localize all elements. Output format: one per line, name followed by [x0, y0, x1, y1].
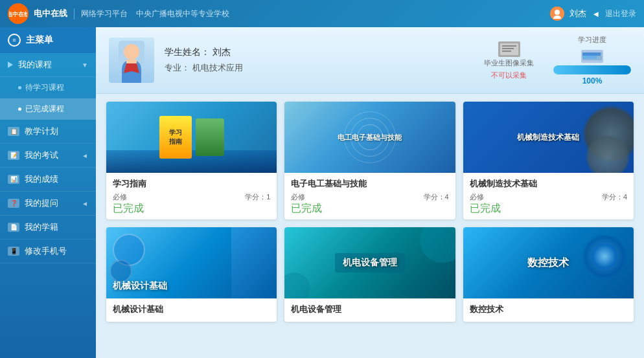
sidebar-item-my-questions[interactable]: ❓ 我的提问 ◄ [0, 192, 96, 216]
course-card-2[interactable]: 电工电子基础与技能 电子电工基础与技能 必修 学分：4 已完成 [284, 102, 455, 219]
sidebar-label-pending: 待学习课程 [25, 82, 64, 93]
sidebar-item-my-credits[interactable]: 📄 我的学籍 [0, 216, 96, 240]
header: 电中在线 电中在线 网络学习平台 中央广播电视中等专业学校 刘杰 ◄ 退出登录 [0, 0, 644, 27]
course-title-2: 电子电工基础与技能 [291, 178, 448, 190]
sidebar-item-my-courses[interactable]: 我的课程 ▼ [0, 53, 96, 77]
questions-icon: ❓ [8, 199, 19, 208]
progress-bar-fill [553, 65, 631, 74]
course-title-1: 学习指南 [113, 178, 270, 190]
graduation-label: 毕业生图像采集 [484, 58, 534, 68]
svg-rect-14 [582, 56, 597, 59]
sidebar-item-pending-courses[interactable]: 待学习课程 [0, 77, 96, 98]
svg-point-4 [124, 44, 139, 60]
graduation-stat: 毕业生图像采集 不可以采集 [484, 40, 534, 80]
sidebar: ≡ 主菜单 我的课程 ▼ 待学习课程 已完成课程 📋 教学计划 📝 我的考试 ◄… [0, 27, 96, 358]
sidebar-label-my-questions: 我的提问 [25, 197, 58, 209]
grades-icon: 📊 [8, 175, 19, 184]
course-thumb-4: 机械设计基础 [106, 227, 277, 298]
sidebar-main-menu: ≡ 主菜单 [0, 27, 96, 53]
sidebar-label-my-credits: 我的学籍 [25, 221, 58, 233]
logo-icon: 电中在线 [8, 3, 29, 24]
sidebar-label-my-courses: 我的课程 [18, 59, 52, 71]
logout-button[interactable]: 退出登录 [605, 8, 636, 19]
course-type-1: 必修 [113, 192, 127, 202]
sidebar-item-completed-courses[interactable]: 已完成课程 [0, 98, 96, 120]
graduation-status: 不可以采集 [484, 71, 534, 80]
active-dot-icon [18, 107, 21, 111]
course-thumb-2: 电工电子基础与技能 [284, 102, 455, 173]
course-card-3[interactable]: 机械制造技术基础 机械制造技术基础 必修 学分：4 已完成 [463, 102, 634, 219]
course-title-6: 数控技术 [470, 304, 627, 315]
exams-arrow-icon: ◄ [82, 152, 88, 159]
sidebar-label-completed: 已完成课程 [25, 104, 64, 115]
progress-bar-container [553, 65, 631, 74]
logo-area: 电中在线 电中在线 [8, 3, 67, 24]
progress-percent: 100% [553, 76, 631, 85]
course-meta-3: 必修 学分：4 [470, 192, 627, 202]
sidebar-label-my-exams: 我的考试 [25, 150, 58, 161]
svg-rect-10 [502, 50, 511, 52]
course-info-3: 机械制造技术基础 必修 学分：4 已完成 [463, 173, 634, 219]
exams-icon: 📝 [8, 151, 19, 160]
svg-text:电中在线: 电中在线 [9, 11, 27, 17]
course-grid: 学习 指南 学习指南 必修 学分：1 已完成 [106, 102, 634, 322]
sidebar-label-change-phone: 修改手机号 [25, 245, 67, 257]
course-card-4[interactable]: 机械设计基础 机械设计基础 [106, 227, 277, 322]
progress-icon-area [553, 47, 631, 65]
profile-info: 学生姓名： 刘杰 专业： 机电技术应用 [165, 47, 474, 74]
sidebar-item-my-exams[interactable]: 📝 我的考试 ◄ [0, 144, 96, 168]
progress-label: 学习进度 [553, 35, 631, 45]
sidebar-item-teaching-plan[interactable]: 📋 教学计划 [0, 120, 96, 144]
major-name: 机电技术应用 [192, 63, 243, 73]
arrow-icon: ▼ [82, 62, 88, 69]
header-right: 刘杰 ◄ 退出登录 [550, 6, 636, 21]
main-menu-label: 主菜单 [26, 34, 53, 46]
student-label: 学生姓名： [165, 47, 210, 57]
profile-stats: 毕业生图像采集 不可以采集 学习进度 [484, 35, 631, 85]
sidebar-item-my-grades[interactable]: 📊 我的成绩 [0, 168, 96, 192]
my-courses-icon [8, 62, 13, 68]
sidebar-item-change-phone[interactable]: 📱 修改手机号 [0, 240, 96, 263]
questions-arrow-icon: ◄ [82, 200, 88, 207]
course-thumb-3: 机械制造技术基础 [463, 102, 634, 173]
major-label: 专业： [165, 63, 190, 73]
course-status-2: 已完成 [291, 202, 448, 216]
course-status-1: 已完成 [113, 202, 270, 216]
header-avatar-icon [550, 6, 564, 21]
graduation-icon-area [484, 40, 534, 58]
svg-rect-13 [582, 52, 601, 56]
course-card-5[interactable]: 机电设备管理 机电设备管理 [284, 227, 455, 322]
svg-rect-8 [502, 45, 516, 47]
dot-icon [18, 86, 21, 89]
course-thumb-6: 数控技术 [463, 227, 634, 298]
course-status-3: 已完成 [470, 202, 627, 216]
credits-icon: 📄 [8, 223, 19, 232]
course-info-1: 学习指南 必修 学分：1 已完成 [106, 173, 277, 219]
course-meta-1: 必修 学分：1 [113, 192, 270, 202]
sidebar-label-teaching-plan: 教学计划 [25, 126, 58, 137]
course-title-4: 机械设计基础 [113, 304, 270, 315]
course-credit-1: 学分：1 [245, 192, 270, 202]
phone-icon: 📱 [8, 247, 19, 256]
progress-area: 学习进度 100% [553, 35, 631, 85]
course-thumb-5: 机电设备管理 [284, 227, 455, 298]
course-type-2: 必修 [291, 192, 305, 202]
course-thumb-1: 学习 指南 [106, 102, 277, 173]
course-title-3: 机械制造技术基础 [470, 178, 627, 190]
svg-rect-9 [502, 48, 514, 49]
menu-icon: ≡ [8, 34, 21, 47]
course-info-2: 电子电工基础与技能 必修 学分：4 已完成 [284, 173, 455, 219]
logo-text: 电中在线 [34, 8, 67, 19]
profile-name: 学生姓名： 刘杰 [165, 47, 474, 58]
profile-bar: 学生姓名： 刘杰 专业： 机电技术应用 [96, 27, 644, 94]
course-type-3: 必修 [470, 192, 484, 202]
course-credit-2: 学分：4 [424, 192, 449, 202]
header-username: 刘杰 [569, 8, 586, 19]
course-card-1[interactable]: 学习 指南 学习指南 必修 学分：1 已完成 [106, 102, 277, 219]
profile-major: 专业： 机电技术应用 [165, 62, 474, 74]
course-card-6[interactable]: 数控技术 数控技术 [463, 227, 634, 322]
course-section: 学习 指南 学习指南 必修 学分：1 已完成 [96, 94, 644, 330]
student-name: 刘杰 [213, 47, 231, 57]
svg-point-2 [555, 10, 560, 15]
course-meta-2: 必修 学分：4 [291, 192, 448, 202]
